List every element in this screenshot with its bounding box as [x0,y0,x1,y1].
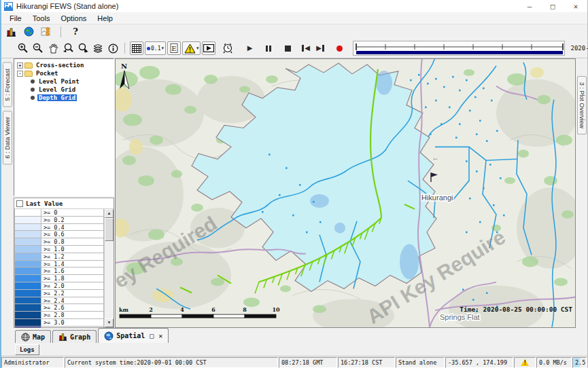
right-tab-strip: 3 : Plot Overview [576,58,587,328]
zoom-next-icon[interactable] [76,41,90,55]
zoom-out-icon[interactable] [31,41,45,55]
scrollbar-thumb[interactable] [105,218,114,241]
time-slider[interactable] [353,41,565,56]
legend-row[interactable]: >= 0.2 [14,217,104,224]
legend-row[interactable]: >= 0 [14,209,104,217]
app-window: Hikurangi FEWS (Stand alone) – □ ✕ File … [0,0,588,368]
node-bullet-icon [31,88,35,92]
grid-display-icon[interactable] [130,41,143,55]
zoom-in-icon[interactable] [16,41,30,55]
legend-scrollbar[interactable]: ▲ ▼ [104,209,114,327]
tree-item-level-point[interactable]: Level Point [16,77,114,86]
record-button[interactable] [332,41,346,55]
map-svg: ey Required API Key Require Hikurangi Sp… [116,59,575,327]
menu-tools[interactable]: Tools [27,14,56,23]
tree-view: +Cross-section-PocketLevel PointLevel Gr… [14,58,114,196]
legend-row[interactable]: >= 1.6 [14,268,104,275]
chevron-down-icon: ▾ [196,45,199,51]
tree-item-label: Pocket [35,70,60,77]
spatial-display-icon[interactable] [39,25,53,39]
tab-forecast[interactable]: 5 : Forecast [3,62,12,107]
legend-row[interactable]: >= 2.0 [14,282,104,290]
legend-row[interactable]: >= 3.2 [14,327,104,327]
contour-threshold-dropdown[interactable]: 0.1 ▾ [145,41,166,55]
legend-threshold-label: >= 3.2 [41,327,104,327]
legend-row[interactable]: >= 2.2 [14,290,104,297]
main-content: 5 : Forecast 6 : Data Viewer +Cross-sect… [1,58,587,328]
scroll-up-icon[interactable]: ▲ [105,209,114,218]
threshold-value: 0.1 [151,45,160,52]
close-button[interactable]: ✕ [564,0,587,12]
skip-to-start-button[interactable]: ◀ [298,41,312,55]
tab-spatial[interactable]: Spatial □ ✕ [98,328,169,343]
wireframe-globe-icon [21,333,30,342]
pause-button[interactable] [262,41,275,55]
help-button[interactable]: ? [69,25,82,39]
legend-color-swatch [14,246,41,253]
legend-row[interactable]: >= 3.0 [14,319,104,327]
legend-row[interactable]: >= 0.6 [14,231,104,238]
legend-color-swatch [14,290,41,297]
legend-color-swatch [14,275,41,282]
tree-item-depth-grid[interactable]: Depth Grid [16,94,114,102]
timer-clock-icon[interactable] [221,41,235,55]
tree-item-pocket[interactable]: -Pocket [16,69,114,77]
window-title: Hikurangi FEWS (Stand alone) [16,2,118,10]
legend-color-swatch [14,238,41,246]
skip-to-end-button[interactable]: ▶ [313,41,327,55]
legend-row[interactable]: >= 2.4 [14,297,104,305]
legend-row[interactable]: >= 1.4 [14,261,104,268]
svg-text:4: 4 [180,307,184,313]
tab-graph[interactable]: Graph [52,330,97,343]
folder-icon [24,62,33,69]
timeseries-chart-icon[interactable] [4,25,18,39]
time-slider-bar[interactable] [356,51,563,54]
menu-options[interactable]: Options [55,14,92,23]
map-view[interactable]: ey Required API Key Require Hikurangi Sp… [115,58,576,328]
legend-row[interactable]: >= 0.8 [14,238,104,246]
animation-dialog-icon[interactable] [202,41,215,55]
legend-panel: Last Value >= 0>= 0.2>= 0.4>= 0.6>= 0.8>… [14,198,114,328]
legend-threshold-label: >= 2.2 [41,290,104,297]
globe-map-icon[interactable] [22,25,35,39]
legend-row[interactable]: >= 2.6 [14,304,104,312]
tree-item-label: Level Grid [37,86,77,93]
tree-expander-icon[interactable]: - [17,71,23,77]
status-network-speed: 0.0 MB/s [536,357,572,368]
legend-color-swatch [14,312,41,319]
tab-map[interactable]: Map [15,330,51,343]
tab-restore-icon[interactable]: □ [150,332,154,339]
status-warning[interactable] [514,357,536,368]
legend-row[interactable]: >= 2.8 [14,312,104,319]
tree-item-cross-section[interactable]: +Cross-section [16,61,114,69]
tab-data-viewer[interactable]: 6 : Data Viewer [3,111,12,164]
menu-file[interactable]: File [4,14,27,23]
tree-expander-icon[interactable]: + [17,62,23,69]
tab-plot-overview[interactable]: 3 : Plot Overview [577,76,587,134]
layers-icon[interactable] [91,41,105,55]
chevron-down-icon: ▾ [161,45,164,51]
legend-row[interactable]: >= 1.8 [14,275,104,282]
legend-row[interactable]: >= 0.4 [14,224,104,232]
tree-item-level-grid[interactable]: Level Grid [16,86,114,94]
logs-button[interactable]: Logs [15,344,39,355]
scroll-down-icon[interactable]: ▼ [105,318,114,327]
info-icon[interactable] [106,41,120,55]
legend-color-swatch [14,327,41,327]
stop-button[interactable] [281,41,294,55]
tree-item-label: Depth Grid [37,94,77,101]
minimize-button[interactable]: – [518,0,541,12]
menu-help[interactable]: Help [92,14,118,23]
pan-hand-icon[interactable] [46,41,60,55]
tab-spatial-label: Spatial [116,332,145,339]
maximize-button[interactable]: □ [541,0,564,12]
legend-row[interactable]: >= 1.2 [14,253,104,261]
play-button[interactable]: ▶ [243,41,256,55]
legend-toggle-icon[interactable]: E [167,41,181,55]
legend-color-swatch [14,217,41,224]
warning-thresholds-dropdown[interactable]: ! ▾ [182,41,201,55]
zoom-previous-icon[interactable] [61,41,75,55]
last-value-checkbox[interactable] [16,200,23,207]
legend-row[interactable]: >= 1.0 [14,246,104,253]
tab-close-icon[interactable]: ✕ [158,332,162,339]
